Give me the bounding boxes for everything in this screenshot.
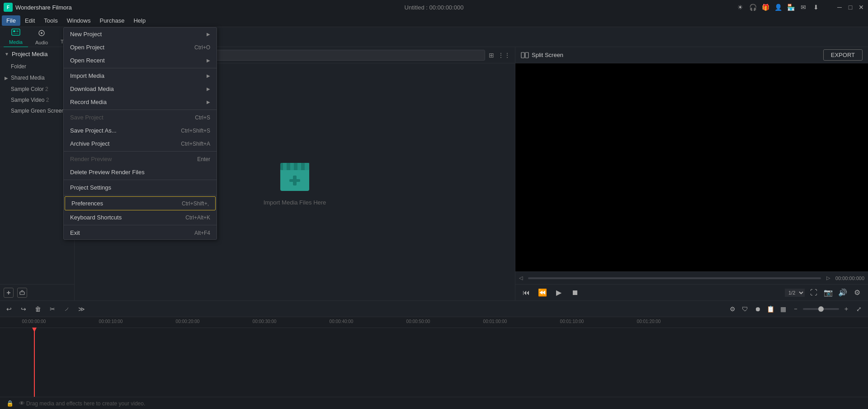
menu-download-media[interactable]: Download Media ▶ [64, 82, 217, 95]
arrow-icon: ▶ [207, 58, 210, 63]
svg-rect-3 [13, 30, 15, 32]
tree-arrow-down: ▼ [5, 52, 9, 57]
menu-keyboard-shortcuts[interactable]: Keyboard Shortcuts Ctrl+Alt+K [64, 211, 217, 224]
menu-import-media[interactable]: Import Media ▶ [64, 69, 217, 82]
divider-5 [64, 195, 217, 195]
menu-new-project[interactable]: New Project ▶ [64, 28, 217, 41]
menu-open-project[interactable]: Open Project Ctrl+O [64, 41, 217, 54]
split-screen-button[interactable]: Split Screen [521, 52, 563, 58]
zoom-out-button[interactable]: － [790, 304, 801, 314]
split-screen-label: Split Screen [532, 52, 563, 58]
zoom-icons-group: ⚙ 🛡 ⏺ 📋 ▦ [727, 304, 788, 314]
ruler-label-6: 00:01:00:00 [483, 319, 507, 324]
arrow-icon: ▶ [207, 73, 210, 78]
timeline-shield-icon[interactable]: 🛡 [740, 304, 750, 314]
headphone-icon[interactable]: 🎧 [749, 3, 757, 11]
menu-edit[interactable]: Edit [20, 15, 39, 26]
remove-folder-button[interactable] [17, 288, 27, 298]
timeline-layout-icon[interactable]: ▦ [778, 304, 788, 314]
mail-icon[interactable]: ✉ [799, 3, 807, 11]
menu-open-recent[interactable]: Open Recent ▶ [64, 54, 217, 67]
download-icon[interactable]: ⬇ [812, 3, 820, 11]
clip-speed-button[interactable]: ≫ [76, 304, 87, 314]
ruler-label-4: 00:00:40:00 [330, 319, 354, 324]
ruler-label-0: 00:00:00:00 [22, 319, 46, 324]
timeline-toolbar: ↩ ↪ 🗑 ✂ ⟋ ≫ ⚙ 🛡 ⏺ 📋 ▦ － ＋ ⤢ [0, 301, 868, 317]
preview-end-marker: ▷ [826, 275, 830, 281]
svg-text:F: F [7, 5, 9, 10]
menu-delete-preview[interactable]: Delete Preview Render Files [64, 166, 217, 179]
redo-button[interactable]: ↪ [18, 304, 29, 314]
ruler-label-7: 00:01:10:00 [560, 319, 584, 324]
svg-rect-13 [297, 163, 301, 170]
zoom-handle[interactable] [818, 306, 824, 312]
split-screen-icon [521, 52, 529, 58]
timeline-settings-icon[interactable]: ⚙ [727, 304, 738, 314]
toolbar-media-label: Media [9, 39, 23, 45]
preview-progress-bar[interactable] [528, 277, 821, 279]
settings-button[interactable]: ⚙ [852, 287, 863, 298]
maximize-button[interactable]: □ [847, 4, 854, 10]
file-dropdown-menu: New Project ▶ Open Project Ctrl+O Open R… [63, 27, 217, 240]
menu-windows[interactable]: Windows [62, 15, 95, 26]
filter-icon[interactable]: ⊞ [489, 52, 494, 59]
ratio-select[interactable]: 1/2 1/1 1/4 [785, 289, 805, 297]
timeline-clip-icon[interactable]: 📋 [765, 304, 776, 314]
menu-save-project-as[interactable]: Save Project As... Ctrl+Shift+S [64, 124, 217, 137]
close-button[interactable]: ✕ [858, 4, 864, 10]
title-bar: F Wondershare Filmora Untitled : 00:00:0… [0, 0, 868, 14]
fullscreen-button[interactable]: ⛶ [808, 287, 819, 298]
zoom-in-button[interactable]: ＋ [841, 304, 852, 314]
add-folder-button[interactable] [4, 288, 14, 298]
zoom-fit-button[interactable]: ⤢ [854, 304, 864, 314]
audio-split-button[interactable]: ⟋ [61, 304, 72, 314]
gift-icon[interactable]: 🎁 [761, 3, 769, 11]
volume-button[interactable]: 🔊 [837, 287, 848, 298]
toolbar-media[interactable]: Media [4, 27, 28, 48]
delete-button[interactable]: 🗑 [33, 304, 43, 314]
menu-render-preview: Render Preview Enter [64, 152, 217, 166]
import-icon-area[interactable]: Import Media Files Here [264, 158, 326, 206]
stop-button[interactable]: ⏹ [570, 287, 580, 298]
playhead-marker [32, 328, 37, 332]
menu-help[interactable]: Help [129, 15, 150, 26]
preview-start-marker: ◁ [519, 275, 523, 281]
timeline-eye-icon[interactable]: 👁 [17, 399, 26, 408]
snapshot-button[interactable]: 📷 [823, 287, 834, 298]
arrow-icon: ▶ [207, 86, 210, 91]
menu-record-media[interactable]: Record Media ▶ [64, 95, 217, 109]
undo-button[interactable]: ↩ [4, 304, 14, 314]
store-icon[interactable]: 🏪 [787, 3, 795, 11]
play-button[interactable]: ▶ [553, 287, 564, 298]
zoom-controls: ⚙ 🛡 ⏺ 📋 ▦ － ＋ ⤢ [727, 304, 864, 314]
person-icon[interactable]: 👤 [774, 3, 782, 11]
timeline-lock-icon[interactable]: 🔒 [5, 399, 14, 408]
grid-view-icon[interactable]: ⋮⋮ [498, 52, 510, 59]
menu-purchase[interactable]: Purchase [95, 15, 129, 26]
playback-right: 1/2 1/1 1/4 ⛶ 📷 🔊 ⚙ [785, 287, 863, 298]
toolbar-audio[interactable]: Audio [30, 27, 53, 47]
menu-tools[interactable]: Tools [39, 15, 62, 26]
svg-rect-18 [525, 52, 528, 58]
step-back-button[interactable]: ⏮ [521, 287, 532, 298]
media-icon [11, 29, 20, 38]
export-button[interactable]: EXPORT [823, 49, 863, 61]
divider-4 [64, 180, 217, 180]
menu-archive-project[interactable]: Archive Project Ctrl+Shift+A [64, 137, 217, 150]
ruler-label-1: 00:00:10:00 [99, 319, 123, 324]
sun-icon[interactable]: ☀ [736, 3, 744, 11]
tree-arrow-right: ▶ [5, 76, 8, 81]
menu-file[interactable]: File [2, 15, 20, 26]
menu-exit[interactable]: Exit Alt+F4 [64, 226, 217, 239]
playhead[interactable] [34, 328, 35, 397]
preview-time-display: 00:00:00:000 [835, 276, 864, 281]
menu-project-settings[interactable]: Project Settings [64, 181, 217, 194]
menu-preferences[interactable]: Preferences Ctrl+Shift+, [65, 196, 216, 210]
minimize-button[interactable]: ─ [836, 4, 843, 10]
frame-back-button[interactable]: ⏪ [537, 287, 548, 298]
svg-rect-11 [283, 163, 287, 170]
zoom-slider[interactable] [803, 308, 839, 310]
timeline-record-icon[interactable]: ⏺ [752, 304, 763, 314]
cut-button[interactable]: ✂ [47, 304, 58, 314]
preview-area [515, 63, 868, 271]
